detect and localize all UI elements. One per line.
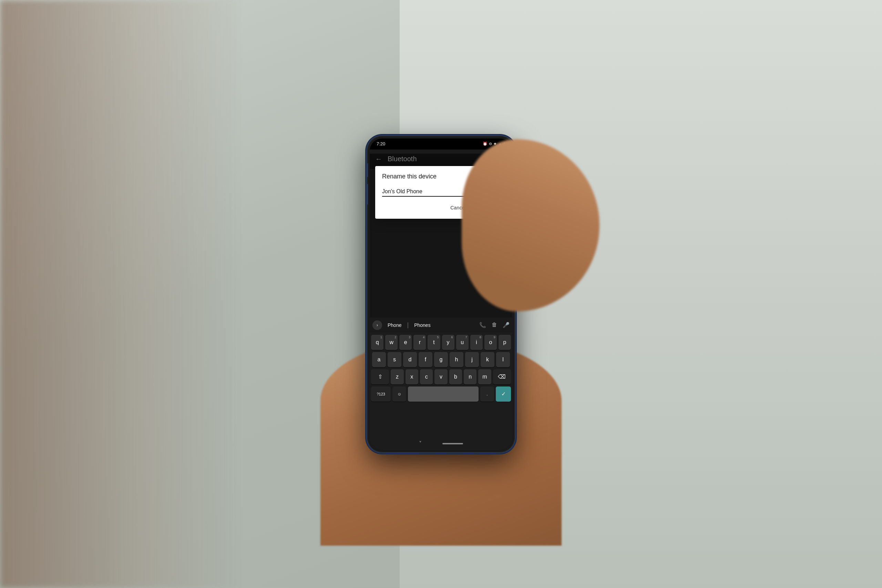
expand-suggestions-button[interactable]: › <box>372 320 382 330</box>
key-n[interactable]: n <box>464 369 477 384</box>
key-delete[interactable]: ⌫ <box>493 369 511 384</box>
key-o[interactable]: 9o <box>484 335 497 350</box>
key-g[interactable]: g <box>434 352 448 367</box>
key-d[interactable]: d <box>403 352 417 367</box>
alarm-icon: ⏰ <box>483 142 488 146</box>
key-enter[interactable]: ✓ <box>496 387 511 402</box>
dnd-icon: ⊖ <box>489 142 492 146</box>
volume-button-1 <box>367 163 368 177</box>
phone-scene: 7:20 ⏰ ⊖ ★ ▲ ▮ ← Bluetooth 🔍 <box>324 70 558 518</box>
key-y[interactable]: 6y <box>442 335 454 350</box>
key-period[interactable]: . <box>480 387 494 402</box>
keyboard-row-2: a s d f g h j k l <box>371 352 511 367</box>
nav-bar: ˅ <box>370 438 512 450</box>
nav-chevron[interactable]: ˅ <box>419 440 422 447</box>
key-i[interactable]: 8i <box>470 335 483 350</box>
key-shift[interactable]: ⇧ <box>371 369 389 384</box>
key-symbols[interactable]: ?123 <box>371 387 391 402</box>
key-f[interactable]: f <box>418 352 432 367</box>
suggestion-phones[interactable]: Phones <box>411 321 433 329</box>
key-r[interactable]: 4r <box>413 335 426 350</box>
key-x[interactable]: x <box>405 369 418 384</box>
key-e[interactable]: 3e <box>399 335 412 350</box>
keyboard-row-4: ?123 ☺ . ✓ <box>371 387 511 402</box>
mic-icon[interactable]: 🎤 <box>502 322 510 328</box>
status-time: 7:20 <box>376 141 385 146</box>
key-v[interactable]: v <box>435 369 447 384</box>
key-w[interactable]: 2w <box>385 335 398 350</box>
hands-container: 7:20 ⏰ ⊖ ★ ▲ ▮ ← Bluetooth 🔍 <box>0 0 882 588</box>
suggestion-bar: › Phone | Phones 📞 🗑 🎤 <box>370 318 512 333</box>
key-z[interactable]: z <box>391 369 404 384</box>
key-b[interactable]: b <box>449 369 462 384</box>
key-l[interactable]: l <box>496 352 510 367</box>
key-a[interactable]: a <box>372 352 386 367</box>
key-s[interactable]: s <box>388 352 401 367</box>
home-indicator <box>442 443 463 444</box>
phone-call-icon[interactable]: 📞 <box>479 322 486 328</box>
key-m[interactable]: m <box>478 369 491 384</box>
key-h[interactable]: h <box>450 352 464 367</box>
suggestion-phone[interactable]: Phone <box>385 321 404 329</box>
key-p[interactable]: p <box>498 335 511 350</box>
key-space[interactable] <box>408 387 478 402</box>
key-emoji[interactable]: ☺ <box>392 387 406 402</box>
key-q[interactable]: 1q <box>371 335 384 350</box>
volume-button-2 <box>367 184 368 205</box>
key-t[interactable]: 5t <box>428 335 440 350</box>
delete-icon[interactable]: 🗑 <box>492 322 497 328</box>
keyboard-row-1: 1q 2w 3e 4r 5t <box>371 335 511 350</box>
key-j[interactable]: j <box>465 352 479 367</box>
keyboard: 1q 2w 3e 4r 5t <box>370 333 512 450</box>
keyboard-row-3: ⇧ z x c v b n m ⌫ <box>371 369 511 384</box>
key-c[interactable]: c <box>420 369 433 384</box>
key-k[interactable]: k <box>481 352 494 367</box>
suggestion-divider: | <box>407 321 409 328</box>
key-u[interactable]: 7u <box>456 335 469 350</box>
hand-top <box>462 139 600 311</box>
suggestion-actions: 📞 🗑 🎤 <box>479 322 510 328</box>
